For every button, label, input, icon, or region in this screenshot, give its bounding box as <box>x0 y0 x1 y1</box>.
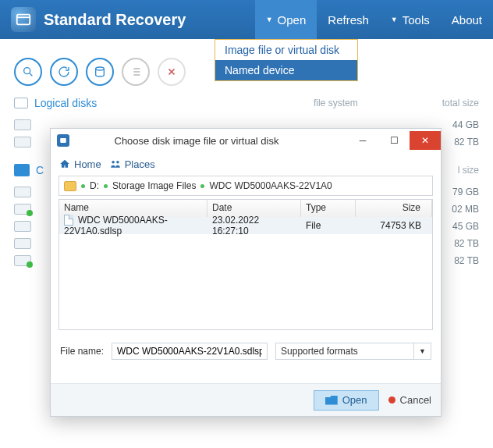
format-select[interactable]: Supported formats <box>275 343 414 360</box>
menu-about[interactable]: About <box>441 0 493 39</box>
dropdown-named-device[interactable]: Named device <box>215 60 357 80</box>
nav-home[interactable]: Home <box>59 158 101 170</box>
file-list: Name Date Type Size WDC WD5000AAKS-22V1A… <box>59 199 433 330</box>
app-logo-icon <box>11 7 36 32</box>
format-dropdown-button[interactable]: ▼ <box>414 343 431 360</box>
breadcrumb-sep-icon <box>200 184 204 188</box>
svg-point-1 <box>24 68 30 74</box>
dropdown-image-file[interactable]: Image file or virtual disk <box>215 40 357 60</box>
drive-icon <box>14 137 31 148</box>
window-maximize-button[interactable]: ☐ <box>378 131 410 150</box>
breadcrumb-sep-icon <box>81 184 85 188</box>
storage-section-icon <box>14 164 30 176</box>
menu-open[interactable]: ▼ Open <box>255 0 317 39</box>
drive-icon <box>14 187 31 197</box>
breadcrumb-folder[interactable]: Storage Image Files <box>112 180 196 191</box>
dialog-title: Choose disk image file or virtual disk <box>77 135 347 147</box>
filename-label: File name: <box>60 346 104 357</box>
col-totalsize: total size <box>442 98 479 108</box>
col-type[interactable]: Type <box>301 200 356 217</box>
drive-icon <box>14 238 31 249</box>
places-icon <box>109 158 122 169</box>
file-row[interactable]: WDC WD5000AAKS-22V1A0.sdlsp 23.02.2022 1… <box>59 217 432 234</box>
folder-open-icon <box>325 396 338 405</box>
toolbar-refresh-icon[interactable] <box>50 58 78 86</box>
cancel-dot-icon <box>388 396 395 404</box>
logical-disks-header: Logical disks file system total size <box>0 94 493 112</box>
file-icon <box>64 215 73 226</box>
dialog-footer: Open Cancel <box>51 383 441 416</box>
cancel-button[interactable]: Cancel <box>388 394 431 406</box>
menubar: ▼ Open Refresh ▼ Tools About <box>255 0 493 39</box>
drive-icon <box>14 204 31 215</box>
menu-open-label: Open <box>278 13 307 27</box>
col-totalsize-2: l size <box>458 165 479 176</box>
toolbar-disk-icon[interactable] <box>86 58 114 86</box>
home-icon <box>59 158 71 169</box>
svg-point-4 <box>112 161 115 164</box>
breadcrumb-drive[interactable]: D: <box>90 180 99 191</box>
menu-refresh[interactable]: Refresh <box>317 0 380 39</box>
window-minimize-button[interactable]: ─ <box>347 131 378 150</box>
app-title: Standard Recovery <box>44 11 186 29</box>
chevron-down-icon: ▼ <box>266 16 273 23</box>
drive-icon <box>14 255 31 266</box>
svg-point-2 <box>96 67 105 70</box>
open-dropdown: Image file or virtual disk Named device <box>215 39 358 81</box>
folder-icon <box>64 181 76 191</box>
svg-rect-0 <box>17 15 30 25</box>
logical-disks-label: Logical disks <box>34 97 97 109</box>
app-header: Standard Recovery ▼ Open Refresh ▼ Tools… <box>0 0 493 39</box>
svg-point-5 <box>116 161 119 164</box>
drive-icon <box>14 119 31 130</box>
file-dialog: Choose disk image file or virtual disk ─… <box>50 128 442 417</box>
dialog-nav: Home Places <box>51 152 441 176</box>
toolbar-list-icon[interactable] <box>122 58 150 86</box>
breadcrumb[interactable]: D: Storage Image Files WDC WD5000AAKS-22… <box>59 176 433 196</box>
toolbar-close-icon[interactable] <box>158 58 186 86</box>
breadcrumb-sep-icon <box>104 184 108 188</box>
toolbar-scan-icon[interactable] <box>14 58 42 86</box>
disk-section-icon <box>14 98 28 108</box>
filename-row: File name: Supported formats ▼ <box>51 330 441 366</box>
svg-rect-3 <box>60 138 66 143</box>
nav-places[interactable]: Places <box>109 158 155 170</box>
open-button[interactable]: Open <box>314 390 379 411</box>
window-close-button[interactable]: ✕ <box>410 131 441 150</box>
col-size[interactable]: Size <box>356 200 432 217</box>
filename-input[interactable] <box>112 343 268 360</box>
breadcrumb-leaf[interactable]: WDC WD5000AAKS-22V1A0 <box>209 180 332 191</box>
dialog-titlebar[interactable]: Choose disk image file or virtual disk ─… <box>51 129 441 152</box>
drive-icon <box>14 221 31 232</box>
chevron-down-icon: ▼ <box>391 16 398 23</box>
menu-tools[interactable]: ▼ Tools <box>380 0 441 39</box>
dialog-app-icon <box>57 134 69 147</box>
col-filesystem: file system <box>314 98 358 108</box>
